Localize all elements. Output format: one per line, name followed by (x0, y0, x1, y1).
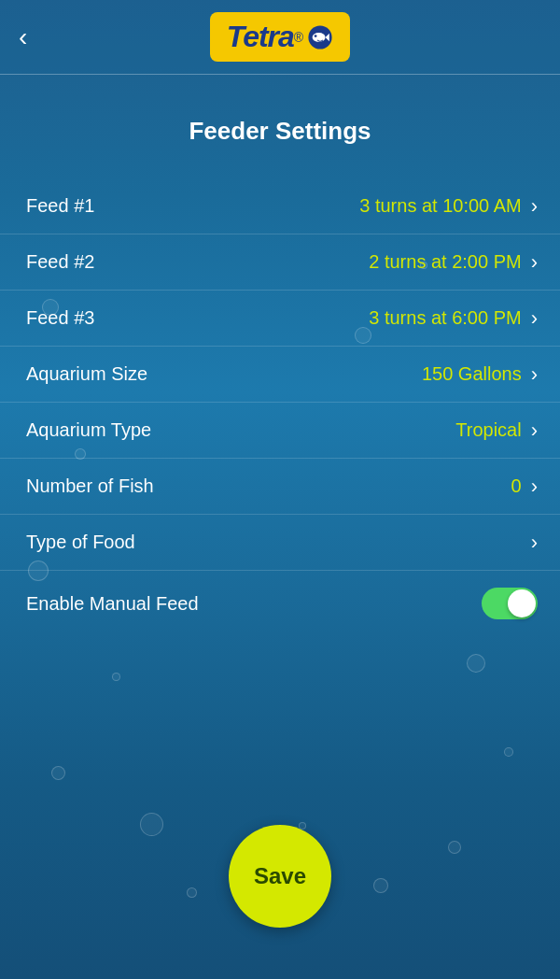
type-of-food-right: › (522, 532, 538, 553)
feed3-value: 3 turns at 6:00 PM (369, 307, 521, 329)
feed3-label: Feed #3 (26, 307, 94, 329)
number-of-fish-row[interactable]: Number of Fish 0 › (0, 459, 560, 515)
feed3-row[interactable]: Feed #3 3 turns at 6:00 PM › (0, 291, 560, 347)
feed2-row[interactable]: Feed #2 2 turns at 2:00 PM › (0, 234, 560, 291)
feed3-right: 3 turns at 6:00 PM › (369, 307, 538, 329)
aquarium-type-chevron-icon: › (531, 420, 538, 441)
aquarium-type-label: Aquarium Type (26, 419, 151, 441)
manual-feed-label: Enable Manual Feed (26, 593, 199, 615)
feed3-chevron-icon: › (531, 308, 538, 329)
logo-container: Tetra® (210, 12, 350, 62)
svg-point-3 (315, 35, 317, 37)
type-of-food-chevron-icon: › (531, 532, 538, 553)
logo-box: Tetra® (210, 12, 350, 62)
feed1-right: 3 turns at 10:00 AM › (359, 195, 538, 217)
save-button[interactable]: Save (229, 825, 331, 928)
aquarium-type-row[interactable]: Aquarium Type Tropical › (0, 403, 560, 459)
back-button[interactable]: ‹ (19, 24, 27, 50)
tetra-fish-icon (307, 24, 333, 50)
aquarium-type-right: Tropical › (455, 419, 538, 441)
logo-text: Tetra (227, 20, 294, 54)
number-of-fish-chevron-icon: › (531, 476, 538, 497)
type-of-food-label: Type of Food (26, 532, 135, 553)
header: ‹ Tetra® (0, 0, 560, 75)
settings-list: Feed #1 3 turns at 10:00 AM › Feed #2 2 … (0, 178, 560, 636)
manual-feed-right (482, 588, 538, 619)
number-of-fish-value: 0 (511, 475, 522, 497)
feed2-chevron-icon: › (531, 252, 538, 273)
toggle-knob (508, 589, 536, 617)
feed2-value: 2 turns at 2:00 PM (369, 251, 521, 273)
type-of-food-row[interactable]: Type of Food › (0, 515, 560, 571)
aquarium-size-label: Aquarium Size (26, 363, 147, 385)
page-title: Feeder Settings (0, 75, 560, 178)
aquarium-size-chevron-icon: › (531, 364, 538, 385)
aquarium-size-row[interactable]: Aquarium Size 150 Gallons › (0, 347, 560, 403)
feed2-label: Feed #2 (26, 251, 94, 273)
registered-mark: ® (294, 30, 303, 45)
aquarium-type-value: Tropical (455, 419, 521, 441)
feed1-row[interactable]: Feed #1 3 turns at 10:00 AM › (0, 178, 560, 234)
number-of-fish-label: Number of Fish (26, 475, 154, 497)
manual-feed-row[interactable]: Enable Manual Feed (0, 571, 560, 636)
number-of-fish-right: 0 › (511, 475, 538, 497)
manual-feed-toggle-container[interactable] (482, 588, 538, 619)
aquarium-size-right: 150 Gallons › (422, 363, 538, 385)
feed1-value: 3 turns at 10:00 AM (359, 195, 521, 217)
aquarium-size-value: 150 Gallons (422, 363, 522, 385)
save-button-container: Save (229, 825, 331, 928)
feed1-label: Feed #1 (26, 195, 94, 217)
feed1-chevron-icon: › (531, 196, 538, 217)
feed2-right: 2 turns at 2:00 PM › (369, 251, 538, 273)
manual-feed-toggle[interactable] (482, 588, 538, 619)
